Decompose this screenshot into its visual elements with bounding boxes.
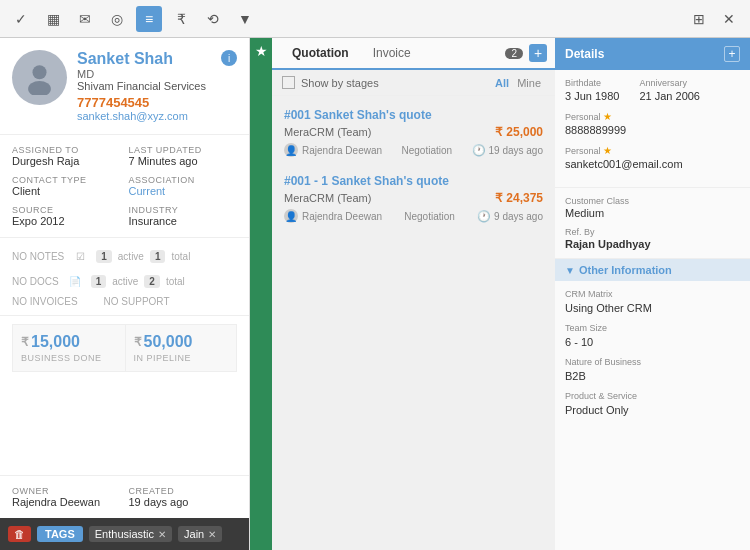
crm-matrix-label: CRM Matrix — [565, 289, 740, 299]
invoices-support-row: NO INVOICES NO SUPPORT — [12, 296, 237, 307]
source-label: SOURCE — [12, 205, 121, 215]
stats-section: NO NOTES ☑ 1 active 1 total NO DOCS 📄 1 … — [0, 238, 249, 316]
left-spacer — [0, 380, 249, 475]
personal-email-row: Personal ★ sanketc001@email.com — [565, 145, 740, 171]
info-icon[interactable]: i — [221, 50, 237, 66]
in-pipeline-item: ₹ 50,000 IN PIPELINE — [125, 324, 238, 372]
toolbar-list-icon[interactable]: ≡ — [136, 6, 162, 32]
show-stages-checkbox[interactable] — [282, 76, 295, 89]
rupee-icon-1: ₹ — [21, 335, 29, 349]
association-item: ASSOCIATION Current — [129, 175, 238, 197]
last-updated-value: 7 Minutes ago — [129, 155, 238, 167]
support-label: NO SUPPORT — [104, 296, 170, 307]
in-pipeline-label: IN PIPELINE — [134, 353, 229, 363]
tag-enthusiastic-text: Enthusiastic — [95, 528, 154, 540]
quote-time-text-1: 19 days ago — [489, 145, 544, 156]
toolbar-rupee-icon[interactable]: ₹ — [168, 6, 194, 32]
tags-delete-button[interactable]: 🗑 — [8, 526, 31, 542]
profile-info: Sanket Shah MD Shivam Financial Services… — [77, 50, 211, 122]
contact-type-item: CONTACT TYPE Client — [12, 175, 121, 197]
quote-time-text-2: 9 days ago — [494, 211, 543, 222]
nature-of-business-label: Nature of Business — [565, 357, 740, 367]
business-done-item: ₹ 15,000 BUSINESS DONE — [12, 324, 125, 372]
quote-time-2: 🕐 9 days ago — [477, 210, 543, 223]
docs-total-label: total — [166, 276, 185, 287]
assigned-to-label: ASSIGNED TO — [12, 145, 121, 155]
quote-team-row-2: MeraCRM (Team) ₹ 24,375 — [284, 191, 543, 205]
bookmark-star-icon[interactable]: ★ — [255, 43, 268, 59]
ref-by-label: Ref. By — [555, 227, 750, 238]
personal-phone-value: 8888889999 — [565, 124, 626, 136]
tag-jain-remove[interactable]: ✕ — [208, 529, 216, 540]
toolbar-check-icon[interactable]: ✓ — [8, 6, 34, 32]
right-panel: Details + Birthdate 3 Jun 1980 Anniversa… — [555, 38, 750, 550]
industry-label: INDUSTRY — [129, 205, 238, 215]
other-information-section[interactable]: ▼ Other Information — [555, 259, 750, 281]
last-updated-item: LAST UPDATED 7 Minutes ago — [129, 145, 238, 167]
toolbar-expand-icon[interactable]: ⊞ — [686, 6, 712, 32]
toolbar-refresh-icon[interactable]: ⟲ — [200, 6, 226, 32]
filter-options: All Mine — [491, 77, 545, 89]
nature-of-business-row: Nature of Business B2B — [565, 357, 740, 383]
toolbar-grid-icon[interactable]: ▦ — [40, 6, 66, 32]
toolbar-globe-icon[interactable]: ◎ — [104, 6, 130, 32]
show-stages-row: Show by stages All Mine — [272, 70, 555, 96]
business-done-amount: ₹ 15,000 — [21, 333, 117, 351]
contact-details-grid: ASSIGNED TO Durgesh Raja LAST UPDATED 7 … — [0, 135, 249, 238]
toolbar-dropdown-icon[interactable]: ▼ — [232, 6, 258, 32]
tag-enthusiastic-remove[interactable]: ✕ — [158, 529, 166, 540]
left-panel: Sanket Shah MD Shivam Financial Services… — [0, 38, 250, 550]
quote-team-row-1: MeraCRM (Team) ₹ 25,000 — [284, 125, 543, 139]
quote-title-2: #001 - 1 Sanket Shah's quote — [284, 174, 543, 188]
created-item: CREATED 19 days ago — [129, 486, 238, 508]
filter-mine-button[interactable]: Mine — [517, 77, 541, 89]
owner-value: Rajendra Deewan — [12, 496, 121, 508]
toolbar-right: ⊞ ✕ — [686, 6, 742, 32]
quote-person-2: 👤 Rajendra Deewan — [284, 209, 382, 223]
quote-item-1[interactable]: #001 Sanket Shah's quote MeraCRM (Team) … — [272, 100, 555, 166]
notes-active: 1 — [96, 250, 112, 263]
notes-label: NO NOTES — [12, 251, 64, 262]
tab-add-button[interactable]: + — [529, 44, 547, 62]
tab-quotation[interactable]: Quotation — [280, 38, 361, 70]
customer-class-value: Medium — [555, 207, 750, 227]
product-service-row: Product & Service Product Only — [565, 391, 740, 417]
tab-count: 2 — [505, 48, 523, 59]
other-info-section: CRM Matrix Using Other CRM Team Size 6 -… — [555, 281, 750, 433]
quote-amount-2: ₹ 24,375 — [495, 191, 543, 205]
quote-title-1: #001 Sanket Shah's quote — [284, 108, 543, 122]
docs-active: 1 — [91, 275, 107, 288]
quote-team-2: MeraCRM (Team) — [284, 192, 371, 204]
tab-invoice[interactable]: Invoice — [361, 38, 423, 70]
owner-item: OWNER Rajendra Deewan — [12, 486, 121, 508]
personal-phone-row: Personal ★ 8888889999 — [565, 111, 740, 137]
person-icon-1: 👤 — [284, 143, 298, 157]
person-icon-2: 👤 — [284, 209, 298, 223]
toolbar-email-icon[interactable]: ✉ — [72, 6, 98, 32]
anniversary-item: Anniversary 21 Jan 2006 — [639, 78, 700, 103]
profile-company: Shivam Financial Services — [77, 80, 211, 92]
profile-phone[interactable]: 7777454545 — [77, 95, 211, 110]
invoices-label: NO INVOICES — [12, 296, 78, 307]
filter-all-button[interactable]: All — [495, 77, 509, 89]
details-add-button[interactable]: + — [724, 46, 740, 62]
bookmark-ribbon: ★ — [250, 38, 272, 550]
notes-stat-row: NO NOTES ☑ 1 active 1 total — [12, 246, 237, 266]
quote-team-1: MeraCRM (Team) — [284, 126, 371, 138]
other-info-arrow: ▼ — [565, 265, 575, 276]
details-header: Details + — [555, 38, 750, 70]
profile-email[interactable]: sanket.shah@xyz.com — [77, 110, 211, 122]
rupee-icon-2: ₹ — [134, 335, 142, 349]
birthdate-item: Birthdate 3 Jun 1980 — [565, 78, 619, 103]
association-label: ASSOCIATION — [129, 175, 238, 185]
association-value: Current — [129, 185, 238, 197]
quote-item-2[interactable]: #001 - 1 Sanket Shah's quote MeraCRM (Te… — [272, 166, 555, 232]
toolbar-close-icon[interactable]: ✕ — [716, 6, 742, 32]
birthdate-label: Birthdate — [565, 78, 619, 88]
financials-section: ₹ 15,000 BUSINESS DONE ₹ 50,000 IN PIPEL… — [12, 324, 237, 372]
details-section: Birthdate 3 Jun 1980 Anniversary 21 Jan … — [555, 70, 750, 187]
personal-email-label: Personal ★ — [565, 145, 740, 156]
ref-by-value: Rajan Upadhyay — [555, 238, 750, 258]
quote-person-1: 👤 Rajendra Deewan — [284, 143, 382, 157]
business-done-label: BUSINESS DONE — [21, 353, 117, 363]
